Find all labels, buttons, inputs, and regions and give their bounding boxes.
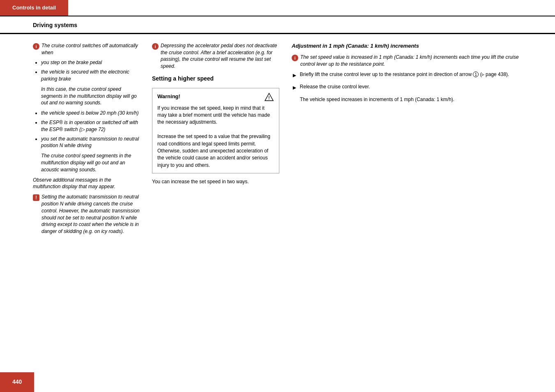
right-header: Adjustment in 1 mph (Canada: 1 km/h) inc… <box>292 42 530 50</box>
list-item: you set the automatic transmission to ne… <box>41 136 140 150</box>
header: Controls in detail <box>0 0 555 16</box>
list-item: the ESP® is in operation or switched off… <box>41 119 140 133</box>
page-footer: 440 <box>0 372 34 392</box>
info-icon-right: i <box>292 55 298 61</box>
section-title: Driving systems <box>33 21 77 30</box>
arrow-bullet-1: ► <box>292 71 297 80</box>
warn-note-text: Setting the automatic transmission to ne… <box>41 194 140 235</box>
info-note-text-right: The set speed value is increased in 1 mp… <box>300 54 530 68</box>
bullet-list-2: the vehicle speed is below 20 mph (30 km… <box>33 110 140 149</box>
arrow-bullet-2: ► <box>292 84 297 92</box>
circle-num-1: 1 <box>473 71 479 77</box>
info-note-row-mid: i Depressing the accelerator pedal does … <box>152 42 279 70</box>
indent-note-2: The cruise control speed segments in the… <box>33 152 140 173</box>
warn-note-row: ! Setting the automatic transmission to … <box>33 194 140 235</box>
observe-text: Observe additional messages in the multi… <box>33 177 140 191</box>
speed-increases-text: The vehicle speed increases in increment… <box>292 96 530 103</box>
bullet-list-1: you step on the brake pedal the vehicle … <box>33 59 140 82</box>
warn-icon: ! <box>33 194 39 201</box>
warning-box: Warning! ! If you increase the set speed… <box>152 88 279 174</box>
setting-higher-speed-title: Setting a higher speed <box>152 75 279 83</box>
info-note-text-1: The cruise control switches off automati… <box>41 42 140 56</box>
header-tab-label: Controls in detail <box>12 4 56 12</box>
arrow-item-text-1: Briefly lift the cruise control lever up… <box>300 71 509 78</box>
can-increase-text: You can increase the set speed in two wa… <box>152 178 279 185</box>
svg-text:!: ! <box>268 96 269 100</box>
info-note-row-right: i The set speed value is increased in 1 … <box>292 54 530 68</box>
indent-note-1: In this case, the cruise control speed s… <box>33 86 140 106</box>
info-icon-mid: i <box>152 43 159 50</box>
page: Controls in detail Driving systems i The… <box>0 0 555 392</box>
arrow-item-text-2: Release the cruise control lever. <box>300 83 370 90</box>
col-mid: i Depressing the accelerator pedal does … <box>152 42 279 239</box>
info-icon-1: i <box>33 43 39 50</box>
warning-header: Warning! ! <box>157 92 274 101</box>
list-item: you step on the brake pedal <box>41 59 140 66</box>
col-left: i The cruise control switches off automa… <box>33 42 140 239</box>
warning-triangle-icon: ! <box>264 92 274 101</box>
arrow-item-2: ► Release the cruise control lever. <box>292 83 530 92</box>
arrow-item-1: ► Briefly lift the cruise control lever … <box>292 71 530 80</box>
page-number: 440 <box>0 372 34 392</box>
warning-body-1: If you increase the set speed, keep in m… <box>157 105 274 169</box>
main-content: i The cruise control switches off automa… <box>0 42 555 239</box>
list-item: the vehicle is secured with the electron… <box>41 69 140 83</box>
col-right: Adjustment in 1 mph (Canada: 1 km/h) inc… <box>292 42 530 239</box>
list-item: the vehicle speed is below 20 mph (30 km… <box>41 110 140 117</box>
warning-label: Warning! <box>157 93 180 100</box>
section-title-row: Driving systems <box>0 20 555 34</box>
info-note-row-1: i The cruise control switches off automa… <box>33 42 140 56</box>
info-note-text-mid: Depressing the accelerator pedal does no… <box>161 42 279 70</box>
header-tab: Controls in detail <box>0 0 68 16</box>
